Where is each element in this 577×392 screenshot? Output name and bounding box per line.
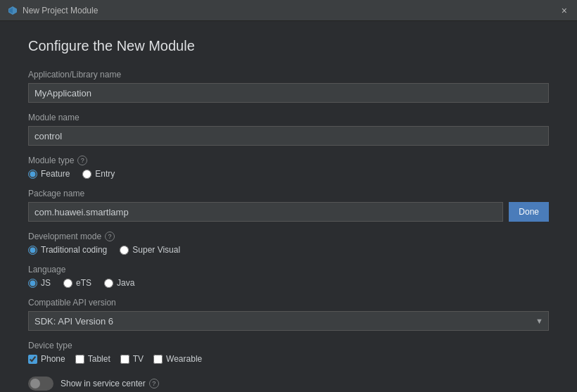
show-service-center-row: Show in service center ? <box>28 377 549 391</box>
show-service-center-label: Show in service center ? <box>61 379 159 388</box>
device-tv-checkbox[interactable] <box>120 355 129 364</box>
app-library-name-label: Application/Library name <box>28 70 549 80</box>
compatible-api-select[interactable]: SDK: API Version 6 SDK: API Version 5 SD… <box>28 311 549 331</box>
language-js[interactable]: JS <box>28 278 51 288</box>
device-phone[interactable]: Phone <box>28 354 65 364</box>
module-type-feature-radio[interactable] <box>28 170 37 179</box>
module-type-label: Module type ? <box>28 156 549 165</box>
toggle-thumb <box>30 379 40 388</box>
dev-mode-supervisual[interactable]: Super Visual <box>120 245 180 255</box>
show-service-center-toggle[interactable] <box>28 377 53 391</box>
package-name-group: Package name Done <box>28 189 549 222</box>
device-tablet-checkbox[interactable] <box>75 355 84 364</box>
titlebar-left: New Project Module <box>7 5 98 16</box>
development-mode-group: Development mode ? Traditional coding Su… <box>28 232 549 255</box>
package-name-done-button[interactable]: Done <box>509 202 549 222</box>
language-radio-group: JS eTS Java <box>28 278 549 288</box>
device-phone-label: Phone <box>41 354 65 364</box>
dev-mode-traditional-radio[interactable] <box>28 246 37 255</box>
language-js-radio[interactable] <box>28 279 37 288</box>
module-type-help-icon[interactable]: ? <box>77 156 87 165</box>
module-type-radio-group: Feature Entry <box>28 169 549 179</box>
development-mode-help-icon[interactable]: ? <box>105 232 115 241</box>
dev-mode-traditional-label: Traditional coding <box>41 245 107 255</box>
app-library-name-input[interactable] <box>28 83 549 103</box>
dev-mode-supervisual-radio[interactable] <box>120 246 129 255</box>
language-ets-radio[interactable] <box>63 279 72 288</box>
device-tv[interactable]: TV <box>120 354 144 364</box>
titlebar-title: New Project Module <box>23 6 98 15</box>
dialog-title: Configure the New Module <box>28 38 549 54</box>
module-name-group: Module name <box>28 113 549 146</box>
language-js-label: JS <box>41 278 51 288</box>
app-icon <box>7 5 18 16</box>
device-type-group: Device type Phone Tablet TV Wearable <box>28 341 549 364</box>
development-mode-label: Development mode ? <box>28 232 549 241</box>
module-name-label: Module name <box>28 113 549 122</box>
device-tablet-label: Tablet <box>88 354 110 364</box>
device-wearable-label: Wearable <box>166 354 202 364</box>
device-tablet[interactable]: Tablet <box>75 354 110 364</box>
app-library-name-group: Application/Library name <box>28 70 549 103</box>
device-tv-label: TV <box>133 354 144 364</box>
language-java[interactable]: Java <box>104 278 134 288</box>
compatible-api-label: Compatible API version <box>28 298 549 308</box>
module-name-input[interactable] <box>28 126 549 146</box>
titlebar: New Project Module × <box>0 0 577 21</box>
language-java-radio[interactable] <box>104 279 113 288</box>
language-group: Language JS eTS Java <box>28 265 549 288</box>
module-type-entry-radio[interactable] <box>82 170 91 179</box>
compatible-api-group: Compatible API version SDK: API Version … <box>28 298 549 331</box>
device-phone-checkbox[interactable] <box>28 355 37 364</box>
package-name-label: Package name <box>28 189 549 198</box>
package-name-input[interactable] <box>28 202 503 222</box>
device-wearable[interactable]: Wearable <box>153 354 202 364</box>
language-ets[interactable]: eTS <box>63 278 91 288</box>
show-service-center-help-icon[interactable]: ? <box>149 379 159 388</box>
development-mode-radio-group: Traditional coding Super Visual <box>28 245 549 255</box>
device-wearable-checkbox[interactable] <box>153 355 163 364</box>
close-button[interactable]: × <box>559 4 570 17</box>
package-name-row: Done <box>28 202 549 222</box>
device-type-checkbox-group: Phone Tablet TV Wearable <box>28 354 549 364</box>
module-type-group: Module type ? Feature Entry <box>28 156 549 179</box>
module-type-feature-label: Feature <box>41 169 70 179</box>
module-type-entry[interactable]: Entry <box>82 169 115 179</box>
language-java-label: Java <box>117 278 134 288</box>
language-label: Language <box>28 265 549 274</box>
compatible-api-select-wrap: SDK: API Version 6 SDK: API Version 5 SD… <box>28 311 549 331</box>
device-type-label: Device type <box>28 341 549 350</box>
dev-mode-traditional[interactable]: Traditional coding <box>28 245 107 255</box>
show-service-center-group: Show in service center ? <box>28 374 549 391</box>
module-type-entry-label: Entry <box>95 169 115 179</box>
dialog-body: Configure the New Module Application/Lib… <box>0 21 577 392</box>
language-ets-label: eTS <box>76 278 91 288</box>
module-type-feature[interactable]: Feature <box>28 169 70 179</box>
dev-mode-supervisual-label: Super Visual <box>132 245 180 255</box>
